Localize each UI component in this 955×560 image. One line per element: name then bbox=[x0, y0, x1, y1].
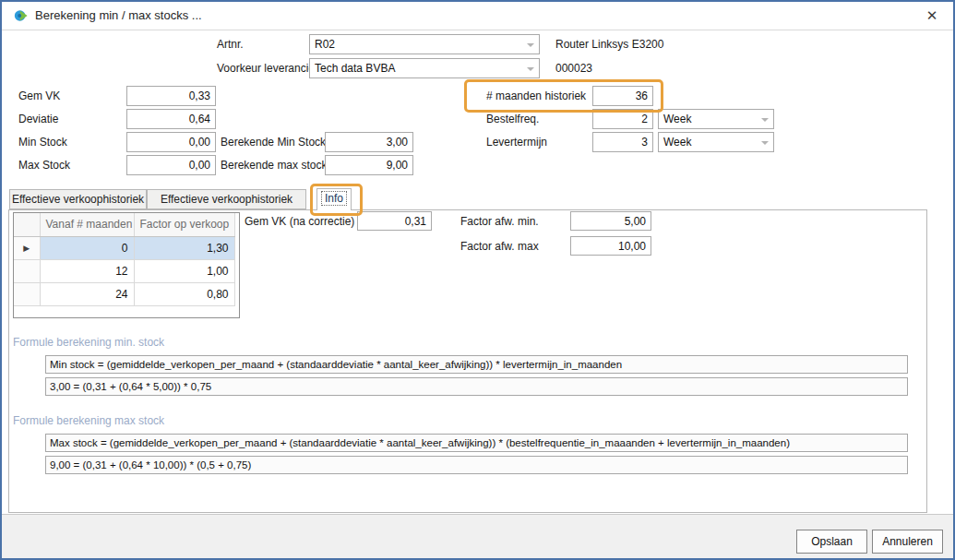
row-marker bbox=[14, 259, 40, 282]
tab-label: Effectieve verkoophistoriek bbox=[12, 193, 144, 206]
min-stock-label: Min Stock bbox=[18, 132, 67, 152]
factor-afw-min-label: Factor afw. min. bbox=[460, 211, 539, 232]
grid-marker-header bbox=[14, 213, 40, 236]
chevron-down-icon bbox=[527, 43, 534, 47]
formule-min-title: Formule berekening min. stock bbox=[13, 336, 164, 349]
maanden-historiek-input[interactable]: 36 bbox=[592, 86, 653, 106]
leverancier-combo[interactable]: Tech data BVBA bbox=[309, 58, 540, 78]
table-row[interactable]: 24 0,80 bbox=[14, 282, 234, 305]
deviatie-input[interactable]: 0,64 bbox=[126, 109, 216, 129]
cell-maanden[interactable]: 0 bbox=[40, 236, 134, 259]
tab-label: Info bbox=[321, 191, 347, 206]
leverancier-value: Tech data BVBA bbox=[315, 62, 395, 75]
min-stock-calculation-box: 3,00 = (0,31 + (0,64 * 5,00)) * 0,75 bbox=[45, 377, 908, 396]
row-marker-icon: ▶ bbox=[14, 236, 40, 259]
max-stock-label: Max Stock bbox=[18, 155, 70, 175]
tab-effectieve-verkoophistoriek[interactable]: Effectieve verkoophistoriek bbox=[9, 189, 147, 209]
cell-maanden[interactable]: 12 bbox=[40, 259, 134, 282]
factor-afw-max-label: Factor afw. max bbox=[460, 236, 539, 256]
close-icon[interactable]: ✕ bbox=[918, 2, 946, 30]
min-stock-input[interactable]: 0,00 bbox=[126, 132, 216, 152]
tab-effectieve-verkoophistoriek-detail[interactable]: Effectieve verkoophistoriek detail bbox=[147, 189, 306, 209]
artnr-label: Artnr. bbox=[217, 34, 244, 54]
table-row[interactable]: ▶ 0 1,30 bbox=[14, 236, 234, 259]
levertermijn-label: Levertermijn bbox=[486, 132, 547, 152]
formule-max-title: Formule berekening max stock bbox=[13, 414, 164, 427]
factors-grid[interactable]: Vanaf # maanden Factor op verkoop ▶ 0 1,… bbox=[13, 212, 240, 318]
title-bar: Berekening min / max stocks ... ✕ bbox=[2, 2, 953, 30]
grid-header-row: Vanaf # maanden Factor op verkoop bbox=[14, 213, 234, 236]
gem-vk-input[interactable]: 0,33 bbox=[126, 86, 216, 106]
cell-factor[interactable]: 1,30 bbox=[134, 236, 234, 259]
cell-maanden[interactable]: 24 bbox=[40, 282, 134, 305]
tab-info[interactable]: Info bbox=[316, 188, 352, 210]
berekende-min-stock-input[interactable]: 3,00 bbox=[325, 132, 413, 152]
max-stock-input[interactable]: 0,00 bbox=[126, 155, 216, 175]
save-button[interactable]: Opslaan bbox=[796, 530, 867, 554]
chevron-down-icon bbox=[527, 67, 534, 71]
app-logo-icon bbox=[14, 8, 29, 23]
artnr-description: Router Linksys E3200 bbox=[555, 34, 663, 54]
grid-column-maanden: Vanaf # maanden bbox=[40, 213, 134, 236]
chevron-down-icon bbox=[761, 141, 769, 145]
maanden-historiek-label: # maanden historiek bbox=[486, 86, 586, 106]
deviatie-label: Deviatie bbox=[18, 109, 58, 129]
row-marker bbox=[14, 282, 40, 305]
leverancier-description: 000023 bbox=[555, 58, 592, 78]
artnr-value: R02 bbox=[315, 38, 335, 51]
levertermijn-unit-value: Week bbox=[663, 136, 691, 149]
berekende-min-stock-label: Berekende Min Stock bbox=[221, 132, 326, 152]
gem-vk-correctie-input[interactable]: 0,31 bbox=[357, 211, 432, 231]
dialog-window: Berekening min / max stocks ... ✕ Artnr.… bbox=[0, 0, 955, 560]
factor-afw-min-input[interactable]: 5,00 bbox=[570, 211, 651, 231]
window-title: Berekening min / max stocks ... bbox=[35, 2, 202, 30]
min-stock-formula-box: Min stock = (gemiddelde_verkopen_per_maa… bbox=[45, 355, 908, 374]
factor-afw-max-input[interactable]: 10,00 bbox=[570, 236, 651, 256]
grid-column-factor: Factor op verkoop bbox=[134, 213, 234, 236]
max-stock-calculation-box: 9,00 = (0,31 + (0,64 * 10,00)) * (0,5 + … bbox=[45, 456, 908, 474]
artnr-combo[interactable]: R02 bbox=[309, 34, 540, 54]
levertermijn-unit-combo[interactable]: Week bbox=[658, 132, 774, 152]
bestelfreq-label: Bestelfreq. bbox=[486, 109, 539, 129]
bestelfreq-unit-combo[interactable]: Week bbox=[658, 109, 774, 129]
cell-factor[interactable]: 0,80 bbox=[134, 282, 234, 305]
bestelfreq-unit-value: Week bbox=[663, 113, 691, 125]
leverancier-label: Voorkeur leverancier bbox=[217, 58, 318, 78]
table-row[interactable]: 12 1,00 bbox=[14, 259, 234, 282]
berekende-max-stock-label: Berekende max stock bbox=[221, 155, 327, 175]
berekende-max-stock-input[interactable]: 9,00 bbox=[325, 155, 413, 175]
max-stock-formula-box: Max stock = (gemiddelde_verkopen_per_maa… bbox=[45, 434, 908, 452]
cancel-button[interactable]: Annuleren bbox=[872, 530, 943, 554]
gem-vk-correctie-label: Gem VK (na correctie) bbox=[245, 211, 354, 232]
levertermijn-input[interactable]: 3 bbox=[592, 132, 653, 152]
gem-vk-label: Gem VK bbox=[18, 86, 60, 106]
bestelfreq-input[interactable]: 2 bbox=[592, 109, 653, 129]
cell-factor[interactable]: 1,00 bbox=[134, 259, 234, 282]
chevron-down-icon bbox=[761, 118, 769, 122]
